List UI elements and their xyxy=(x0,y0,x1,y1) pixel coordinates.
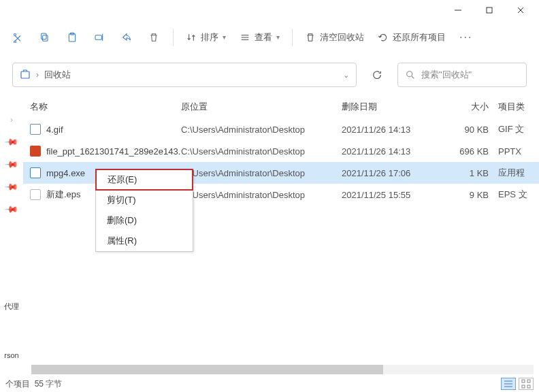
table-row[interactable]: 4.gifC:\Users\Administrator\Desktop2021/… xyxy=(23,118,539,140)
horizontal-scrollbar[interactable] xyxy=(31,365,534,374)
sidebar-label: 代理 xyxy=(4,301,19,312)
cell-type: PPTX xyxy=(498,146,539,157)
location-text: 回收站 xyxy=(44,69,71,81)
view-button[interactable]: 查看 ▾ xyxy=(234,31,285,44)
cell-path: C:\Users\Administrator\Desktop xyxy=(181,190,342,200)
toolbar-separator xyxy=(292,29,293,46)
file-icon xyxy=(30,189,41,200)
close-button[interactable] xyxy=(505,0,536,20)
empty-recycle-button[interactable]: 清空回收站 xyxy=(299,31,370,44)
column-path-header[interactable]: 原位置 xyxy=(181,101,342,113)
address-bar[interactable]: › 回收站 ⌄ xyxy=(12,63,357,87)
column-headers: 名称 原位置 删除日期 大小 项目类 xyxy=(23,95,539,118)
cell-date: 2021/11/25 15:55 xyxy=(342,190,445,200)
file-icon xyxy=(30,146,41,157)
svg-point-5 xyxy=(14,41,16,43)
pin-icon[interactable]: 📌 xyxy=(4,135,19,150)
pin-icon[interactable]: 📌 xyxy=(4,180,19,195)
status-bar: 个项目 55 字节 xyxy=(0,376,539,392)
copy-icon[interactable] xyxy=(33,25,57,50)
context-restore-item[interactable]: 还原(E) xyxy=(95,169,193,191)
context-properties-item[interactable]: 属性(R) xyxy=(96,231,193,251)
cell-size: 9 KB xyxy=(445,190,498,200)
cell-size: 696 KB xyxy=(445,146,498,157)
chevron-down-icon: ▾ xyxy=(223,33,226,41)
status-text: 个项目 55 字节 xyxy=(5,378,62,390)
svg-rect-21 xyxy=(522,380,525,382)
empty-recycle-label: 清空回收站 xyxy=(320,31,364,44)
share-icon[interactable] xyxy=(114,25,139,50)
details-view-button[interactable] xyxy=(501,378,516,390)
view-toggle xyxy=(501,378,534,390)
svg-rect-23 xyxy=(522,385,525,388)
restore-all-button[interactable]: 还原所有项目 xyxy=(372,31,451,44)
restore-all-label: 还原所有项目 xyxy=(393,31,446,44)
file-icon xyxy=(30,167,41,178)
svg-rect-15 xyxy=(21,71,29,78)
cell-type: GIF 文 xyxy=(498,123,539,135)
column-name-header[interactable]: 名称 xyxy=(30,101,181,113)
sidebar: › 📌 📌 📌 📌 代理 rson xyxy=(0,95,23,389)
recycle-bin-icon xyxy=(20,69,31,82)
cut-icon[interactable] xyxy=(5,25,30,50)
context-cut-item[interactable]: 剪切(T) xyxy=(96,190,193,210)
refresh-button[interactable] xyxy=(365,63,389,87)
maximize-button[interactable] xyxy=(474,0,505,20)
svg-point-4 xyxy=(14,33,16,35)
table-row[interactable]: file_ppt_1621301741_289e2e143...C:\Users… xyxy=(23,140,539,162)
column-size-header[interactable]: 大小 xyxy=(445,101,498,113)
context-delete-item[interactable]: 删除(D) xyxy=(96,210,193,231)
cell-size: 90 KB xyxy=(445,125,498,135)
paste-icon[interactable] xyxy=(60,25,84,50)
cell-name: 4.gif xyxy=(30,124,181,135)
file-rows: 4.gifC:\Users\Administrator\Desktop2021/… xyxy=(23,118,539,389)
icons-view-button[interactable] xyxy=(519,378,534,390)
sidebar-label: rson xyxy=(4,351,18,359)
minimize-button[interactable] xyxy=(442,0,474,20)
scrollbar-thumb[interactable] xyxy=(31,365,383,374)
cell-size: 1 KB xyxy=(445,168,498,178)
toolbar-separator xyxy=(173,29,174,46)
pin-icon[interactable]: 📌 xyxy=(4,157,19,172)
column-type-header[interactable]: 项目类 xyxy=(498,101,539,113)
search-placeholder: 搜索"回收站" xyxy=(421,69,472,81)
svg-rect-6 xyxy=(43,35,48,41)
window-titlebar xyxy=(0,0,539,20)
address-bar-row: › 回收站 ⌄ 搜索"回收站" xyxy=(0,54,539,95)
cell-name: file_ppt_1621301741_289e2e143... xyxy=(30,146,181,157)
svg-line-17 xyxy=(412,76,414,78)
file-icon xyxy=(30,124,41,135)
cell-path: C:\Users\Administrator\Desktop xyxy=(181,125,342,135)
content-area: › 📌 📌 📌 📌 代理 rson 名称 原位置 删除日期 大小 项目类 4.g… xyxy=(0,95,539,389)
svg-rect-7 xyxy=(42,33,46,39)
column-date-header[interactable]: 删除日期 xyxy=(342,101,445,113)
chevron-right-icon: › xyxy=(36,70,39,80)
cell-type: 应用程 xyxy=(498,167,539,179)
cell-date: 2021/11/26 17:06 xyxy=(342,168,445,178)
svg-point-16 xyxy=(407,71,412,77)
cell-date: 2021/11/26 14:13 xyxy=(342,125,445,135)
file-name: file_ppt_1621301741_289e2e143... xyxy=(46,146,181,157)
svg-rect-1 xyxy=(487,7,492,13)
cell-date: 2021/11/26 14:13 xyxy=(342,146,445,157)
svg-rect-24 xyxy=(527,385,530,388)
pin-icon[interactable]: 📌 xyxy=(4,202,19,217)
svg-rect-10 xyxy=(95,35,101,39)
chevron-icon[interactable]: › xyxy=(10,114,13,125)
file-name: 4.gif xyxy=(46,125,63,135)
file-name: 新建.eps xyxy=(46,189,81,201)
cell-path: C:\Users\Administrator\Desktop xyxy=(181,168,342,178)
more-button[interactable]: ··· xyxy=(454,31,478,44)
delete-icon[interactable] xyxy=(142,25,166,50)
rename-icon[interactable] xyxy=(87,25,112,50)
search-icon xyxy=(405,69,416,80)
toolbar: 排序 ▾ 查看 ▾ 清空回收站 还原所有项目 ··· xyxy=(0,20,539,54)
search-input[interactable]: 搜索"回收站" xyxy=(397,63,527,87)
cell-path: C:\Users\Administrator\Desktop xyxy=(181,146,342,157)
chevron-down-icon[interactable]: ⌄ xyxy=(343,71,349,80)
chevron-down-icon: ▾ xyxy=(276,33,280,41)
sort-label: 排序 xyxy=(201,31,218,44)
view-label: 查看 xyxy=(255,31,272,44)
sort-button[interactable]: 排序 ▾ xyxy=(180,31,231,44)
cell-type: EPS 文 xyxy=(498,189,539,201)
